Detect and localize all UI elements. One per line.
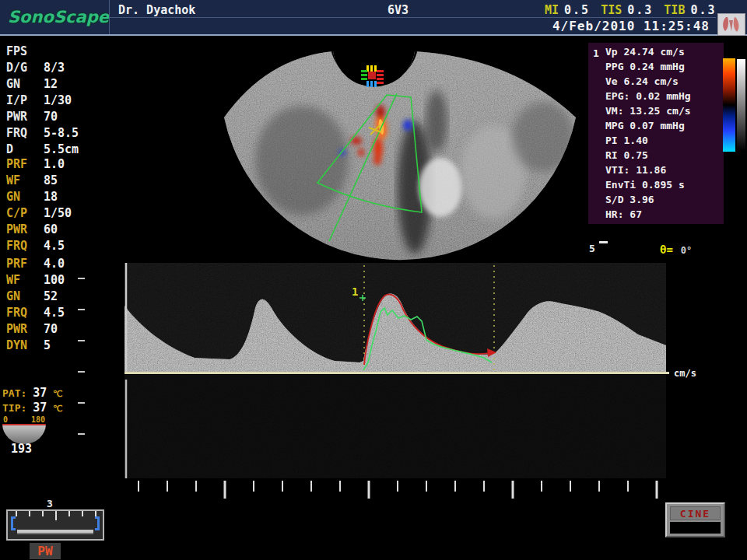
tip-label: TIP: [2,402,26,414]
parameter-label: PRF [6,257,44,273]
index-label: TIS [601,3,622,17]
color-mode-parameters: PRF1.0WF85GN18C/P1/50PWR60FRQ4.5 [6,157,123,255]
b-mode-image [216,36,590,265]
tgc-dash [78,371,85,373]
parameter-label: GN [6,77,44,93]
parameter-row: WF100 [6,273,123,289]
measurement-rows: Vp 24.74 cm/sPPG 0.24 mmHgVe 6.24 cm/sEP… [605,46,724,223]
parameter-label: D [6,142,44,159]
parameter-row: C/P1/50 [6,206,123,222]
body-marker-thumbnail[interactable] [717,13,745,36]
parameter-label: FPS [6,44,44,61]
parameter-row: DYN5 [6,338,123,355]
ultrasound-screen: SonoScape Dr. Dyachok 6V3 MI0.5TIS0.3TIB… [0,0,747,560]
angle-gauge-labels: 0 180 [3,415,45,424]
measurement-row: Ve 6.24 cm/s [605,75,724,90]
parameter-row: FRQ4.5 [6,239,123,255]
cine-position-bar[interactable] [17,530,93,534]
parameter-value: 70 [44,322,58,338]
measurement-row: Vp 24.74 cm/s [605,46,724,61]
parameter-row: D5.5cm [6,142,123,159]
cine-ruler-value: 3 [47,498,53,509]
color-doppler-colorbar [723,58,735,152]
active-mode-badge[interactable]: PW [30,543,61,559]
parameter-value: 52 [44,289,58,306]
ruler-tick [29,511,30,516]
parameter-row: FRQ4.5 [6,306,123,322]
parameter-value: 18 [44,190,58,206]
parameter-label: FRQ [6,306,44,322]
parameter-value: 12 [44,77,58,93]
parameter-label: WF [6,273,44,289]
index-label: TIB [664,3,685,17]
parameter-value: 60 [44,222,58,239]
parameter-row: PWR70 [6,322,123,338]
time-scale-ticks [139,481,657,499]
tgc-dash [78,309,85,310]
pw-mode-parameters: PRF4.0WF100GN52FRQ4.5PWR70DYN5 [6,257,123,355]
tip-value: 37 [33,401,47,415]
angle-correction-readout: θ=0° [660,243,692,256]
orientation-marker-icon [361,65,384,87]
measurement-row: EPG: 0.02 mmHg [605,90,724,105]
parameter-label: WF [6,173,44,190]
ruler-tick [42,511,44,516]
parameter-value: 4.5 [44,306,65,322]
depth-scale-tick [599,241,608,243]
velocity-unit-label: cm/s [674,368,696,379]
range-bracket-left[interactable] [11,516,16,530]
parameter-row: PRF1.0 [6,157,123,173]
parameter-value: 4.0 [44,257,65,273]
measurement-row: VM: 13.25 cm/s [605,105,724,120]
grayscale-bar [737,59,745,151]
measurement-results-panel: 1 Vp 24.74 cm/sPPG 0.24 mmHgVe 6.24 cm/s… [588,43,724,224]
cine-button-label[interactable]: CINE [670,506,721,520]
parameter-row: PRF4.0 [6,257,123,273]
parameter-row: WF85 [6,173,123,190]
measurement-row: EnvTi 0.895 s [605,179,724,194]
measurement-row: S/D 3.96 [605,194,724,208]
tip-unit: ℃ [53,404,62,414]
measurement-row: VTI: 11.86 [605,164,724,179]
gauge-max-label: 180 [31,415,45,424]
cine-ruler-ticks [8,511,103,522]
cine-button-display [670,522,721,534]
range-bracket-right[interactable] [95,516,100,530]
index-value: 0.5 [564,3,590,17]
parameter-value: 1.0 [44,157,65,173]
parameter-row: I/P1/30 [6,93,123,110]
parameter-row: PWR60 [6,222,123,239]
pat-unit: ℃ [53,389,62,399]
parameter-value: 8/3 [44,61,65,77]
parameter-label: FRQ [6,126,44,142]
parameter-row: D/G8/3 [6,61,123,77]
index-value: 0.3 [627,3,653,17]
measurement-row: PPG 0.24 mmHg [605,61,724,75]
doctor-name: Dr. Dyachok [118,3,195,17]
theta-value: 0° [681,245,692,256]
cine-button[interactable]: CINE [665,502,725,537]
frame-number: 193 [11,442,32,456]
tip-temp-readout: TIP: 37 ℃ [2,401,62,415]
cine-scrollbar[interactable] [6,509,104,541]
parameter-value: 100 [44,273,65,289]
measurement-row: RI 0.75 [605,149,724,164]
ruler-tick [68,511,70,516]
body-marker-icon [718,14,745,35]
parameter-value: 5-8.5 [44,126,79,142]
parameter-value: 85 [44,173,58,190]
measurement-index: 1 [593,47,599,59]
parameter-row: GN18 [6,190,123,206]
tgc-dash [78,433,85,435]
header-divider-horizontal [109,17,716,18]
parameter-label: C/P [6,206,44,222]
sonoscape-logo: SonoScape [8,8,105,28]
sweep-strip [124,375,666,499]
parameter-label: DYN [6,338,44,355]
b-mode-parameters: FPSD/G8/3GN12I/P1/30PWR70FRQ5-8.5D5.5cm [6,44,123,159]
tgc-dash [78,278,85,279]
patient-temp-readout: PAT: 37 ℃ [2,386,62,400]
parameter-label: FRQ [6,239,44,255]
pat-value: 37 [33,386,47,400]
datetime-display: 4/Feb/2010 11:25:48 [420,19,710,33]
